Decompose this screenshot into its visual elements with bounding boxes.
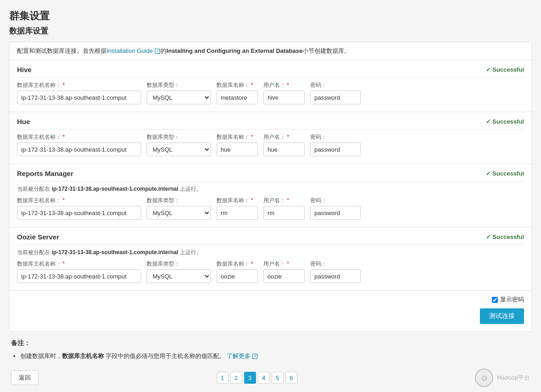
host-label: 数据库主机名称： * <box>17 197 141 205</box>
password-group: 密码： <box>310 133 361 156</box>
external-link-icon: ↗ <box>252 354 257 359</box>
required-star: * <box>287 197 289 204</box>
password-group: 密码： <box>310 260 361 283</box>
db-name-group: 数据库名称： * <box>216 133 258 156</box>
service-info: 当前被分配在 ip-172-31-13-38.ap-southeast-1.co… <box>17 185 524 193</box>
required-star: * <box>63 197 65 204</box>
db-name-label: 数据库名称： * <box>216 197 258 205</box>
service-name: Oozie Server <box>17 233 59 241</box>
host-label: 数据库主机名称： * <box>17 81 141 89</box>
db-type-select[interactable]: MySQLPostgreSQLOracle <box>147 206 211 220</box>
host-input[interactable] <box>17 269 141 283</box>
notes-title: 备注： <box>11 339 530 347</box>
user-group: 用户名： * <box>263 133 305 156</box>
card-header: Oozie Server Successful <box>17 233 524 245</box>
note-text-before: 创建数据库时， <box>20 352 62 359</box>
user-group: 用户名： * <box>263 260 305 283</box>
learn-more-link[interactable]: 了解更多 <box>227 352 251 359</box>
info-text-after: 小节创建数据库。 <box>302 47 350 54</box>
user-label: 用户名： * <box>263 197 305 205</box>
bottom-logo: ⊙ Hadoop平台 <box>475 369 530 387</box>
db-type-select[interactable]: MySQLPostgreSQLOracle <box>147 269 211 283</box>
test-connection-row: 测试连接 <box>17 308 524 324</box>
required-star: * <box>63 82 65 88</box>
password-label: 密码： <box>310 81 361 89</box>
db-name-input[interactable] <box>216 91 258 104</box>
form-row: 数据库主机名称： * 数据库类型： MySQLPostgreSQLOracle … <box>17 260 524 283</box>
db-name-group: 数据库名称： * <box>216 260 258 283</box>
service-name: Reports Manager <box>17 170 74 177</box>
user-input[interactable] <box>263 206 305 220</box>
db-name-input[interactable] <box>216 206 258 220</box>
db-type-label: 数据库类型： <box>147 81 211 89</box>
password-group: 密码： <box>310 197 361 220</box>
db-name-group: 数据库名称： * <box>216 197 258 220</box>
page-button-5[interactable]: 5 <box>272 372 284 384</box>
host-input[interactable] <box>17 91 141 104</box>
password-input[interactable] <box>310 91 361 104</box>
db-name-input[interactable] <box>216 142 258 156</box>
user-label: 用户名： * <box>263 81 305 89</box>
password-input[interactable] <box>310 269 361 283</box>
host-label: 数据库主机名称： * <box>17 133 141 141</box>
required-star: * <box>63 261 65 267</box>
db-type-select[interactable]: MySQLPostgreSQLOracle <box>147 91 211 104</box>
db-type-select[interactable]: MySQLPostgreSQLOracle <box>147 142 211 156</box>
page-button-1[interactable]: 1 <box>216 372 228 384</box>
password-group: 密码： <box>310 81 361 104</box>
service-card-hive: Hive Successful 数据库主机名称： * 数据库类型： MySQLP… <box>9 60 532 112</box>
service-info: 当前被分配在 ip-172-31-13-38.ap-southeast-1.co… <box>17 249 524 256</box>
card-header: Reports Manager Successful <box>17 170 524 182</box>
db-name-label: 数据库名称： * <box>216 133 258 141</box>
host-group: 数据库主机名称： * <box>17 197 141 220</box>
service-host: ip-172-31-13-38.ap-southeast-1.compute.i… <box>51 249 178 256</box>
test-connection-button[interactable]: 测试连接 <box>480 308 524 324</box>
db-name-group: 数据库名称： * <box>216 81 258 104</box>
service-card-oozie-server: Oozie Server Successful 当前被分配在 ip-172-31… <box>9 227 532 291</box>
db-name-input[interactable] <box>216 269 258 283</box>
db-name-label: 数据库名称： * <box>216 81 258 89</box>
user-input[interactable] <box>263 142 305 156</box>
footer-bar: 返回 123456 ⊙ Hadoop平台 <box>9 369 532 387</box>
page-button-6[interactable]: 6 <box>285 372 297 384</box>
db-type-label: 数据库类型： <box>147 197 211 205</box>
password-input[interactable] <box>310 206 361 220</box>
services-container: Hive Successful 数据库主机名称： * 数据库类型： MySQLP… <box>9 60 532 291</box>
installation-guide-link[interactable]: Installation Guide ↗ <box>107 47 160 54</box>
back-button[interactable]: 返回 <box>11 370 39 385</box>
db-type-group: 数据库类型： MySQLPostgreSQLOracle <box>147 81 211 104</box>
bottom-card: 显示密码 测试连接 <box>9 291 532 332</box>
service-card-hue: Hue Successful 数据库主机名称： * 数据库类型： MySQLPo… <box>9 112 532 164</box>
password-label: 密码： <box>310 260 361 268</box>
info-bold-text: Installing and Configuring an External D… <box>166 47 302 54</box>
show-password-label[interactable]: 显示密码 <box>500 295 524 304</box>
logo-icon: ⊙ <box>475 369 493 387</box>
host-input[interactable] <box>17 206 141 220</box>
host-group: 数据库主机名称： * <box>17 260 141 283</box>
required-star: * <box>287 82 289 88</box>
logo-text: Hadoop平台 <box>497 374 530 382</box>
user-group: 用户名： * <box>263 197 305 220</box>
host-label: 数据库主机名称： * <box>17 260 141 268</box>
status-badge: Successful <box>486 233 524 240</box>
user-input[interactable] <box>263 91 305 104</box>
service-name: Hive <box>17 66 32 74</box>
host-group: 数据库主机名称： * <box>17 133 141 156</box>
page-button-3[interactable]: 3 <box>244 372 256 384</box>
show-password-checkbox[interactable] <box>492 297 498 303</box>
service-host: ip-172-31-13-38.ap-southeast-1.compute.i… <box>51 186 178 192</box>
section-title: 数据库设置 <box>9 26 532 36</box>
user-group: 用户名： * <box>263 81 305 104</box>
status-badge: Successful <box>486 170 524 177</box>
show-password-row: 显示密码 <box>17 295 524 304</box>
host-input[interactable] <box>17 142 141 156</box>
page-button-2[interactable]: 2 <box>230 372 242 384</box>
required-star: * <box>251 82 253 88</box>
service-card-reports-manager: Reports Manager Successful 当前被分配在 ip-172… <box>9 164 532 227</box>
card-header: Hive Successful <box>17 66 524 78</box>
form-row: 数据库主机名称： * 数据库类型： MySQLPostgreSQLOracle … <box>17 197 524 220</box>
password-input[interactable] <box>310 142 361 156</box>
user-input[interactable] <box>263 269 305 283</box>
page-button-4[interactable]: 4 <box>258 372 270 384</box>
service-name: Hue <box>17 118 30 125</box>
